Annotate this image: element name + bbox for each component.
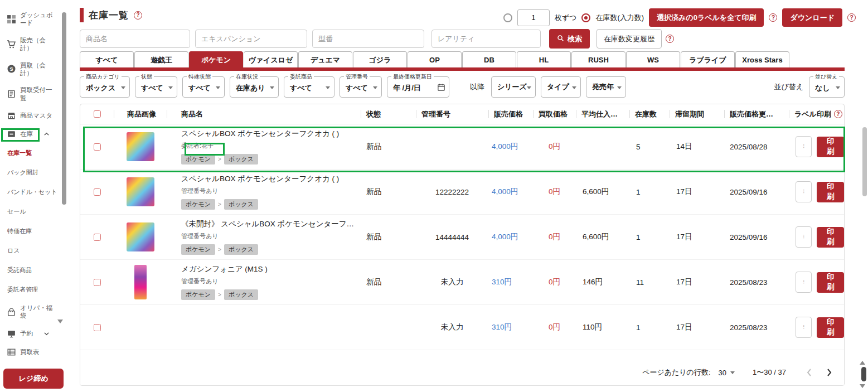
search-filter-row: 検索 在庫数変更履歴 ?: [80, 29, 674, 49]
sidebar-item-purchase-price-table[interactable]: 買取表: [0, 343, 68, 361]
product-name[interactable]: メガシンフォニア (M1S ): [181, 264, 268, 274]
tab-yugioh[interactable]: 遊戯王: [134, 51, 188, 68]
scroll-up-icon[interactable]: [860, 361, 865, 365]
consignment-select[interactable]: 委託商品すべて: [284, 76, 334, 98]
sidebar-item-bundle-set[interactable]: バンドル・セット: [0, 182, 68, 202]
series-select[interactable]: シリーズ: [491, 76, 536, 98]
print-selected-labels-button[interactable]: 選択済みの0ラベルを全て印刷: [649, 8, 764, 27]
sidebar-item-consignor-management[interactable]: 委託者管理: [0, 280, 68, 299]
sidebar-item-special-price-stock[interactable]: 特価在庫: [0, 221, 68, 241]
sidebar-item-sale[interactable]: セール: [0, 202, 68, 221]
label-count-field[interactable]: [796, 182, 811, 202]
sidebar-item-purchase-reception-list[interactable]: 買取受付一覧: [0, 81, 68, 107]
column-header-sell: 販売価格: [488, 104, 533, 124]
label-count-field[interactable]: [796, 317, 811, 337]
sidebar-item-sales[interactable]: 販売（会計）: [0, 32, 68, 57]
help-icon[interactable]: ?: [666, 35, 674, 43]
rows-per-page-select[interactable]: 30: [719, 369, 735, 377]
print-button[interactable]: 印刷: [817, 182, 844, 202]
print-button[interactable]: 印刷: [817, 317, 844, 338]
column-header-upd: 販売価格更…: [724, 104, 789, 124]
stock-count-radio[interactable]: [581, 13, 590, 22]
tab-weiss[interactable]: ヴァイスロゼ: [244, 51, 298, 68]
buy-price-cell: 0円: [533, 124, 576, 169]
sell-price-cell[interactable]: 4,000円: [488, 170, 533, 214]
tab-pokemon[interactable]: ポケモン: [189, 51, 243, 68]
sidebar-item-inventory-list[interactable]: 在庫一覧: [0, 143, 68, 163]
sell-price-cell[interactable]: 310円: [488, 260, 533, 304]
sidebar-item-product-master[interactable]: 商品マスタ: [0, 107, 68, 125]
print-button[interactable]: 印刷: [817, 137, 844, 157]
stock-change-history-button[interactable]: 在庫数変更履歴: [597, 29, 662, 49]
release-year-select[interactable]: 発売年: [586, 76, 626, 98]
search-button[interactable]: 検索: [549, 29, 590, 49]
download-button[interactable]: ダウンロード: [782, 8, 842, 27]
sidebar-scrollbar-thumb[interactable]: [62, 12, 66, 205]
row-checkbox[interactable]: [94, 279, 101, 286]
print-button[interactable]: 印刷: [817, 227, 844, 248]
tab-all[interactable]: すべて: [80, 51, 134, 68]
sell-price-cell[interactable]: 310円: [488, 305, 533, 350]
row-checkbox[interactable]: [94, 324, 101, 331]
tab-xross-stars[interactable]: Xross Stars: [735, 51, 789, 68]
cart-icon: [7, 40, 16, 49]
select-all-checkbox[interactable]: [94, 110, 101, 118]
type-select[interactable]: タイプ: [541, 76, 581, 98]
category-breadcrumb: ポケモン>ボックス: [181, 199, 258, 210]
dwell-period-cell: 17日: [670, 305, 724, 350]
sidebar-item-loss[interactable]: ロス: [0, 241, 68, 260]
tab-rush[interactable]: RUSH: [571, 51, 625, 68]
scrollbar-thumb[interactable]: [861, 367, 866, 381]
tab-lovelive[interactable]: ラブライブ: [681, 51, 735, 68]
product-name[interactable]: 《未開封》 スペシャルBOX ポケモンセンターフ…: [181, 219, 354, 229]
label-count-field[interactable]: [796, 272, 811, 292]
sidebar-item-consigned-products[interactable]: 受託商品: [0, 260, 68, 280]
help-icon[interactable]: ?: [834, 110, 842, 118]
special-condition-select[interactable]: 特殊状態すべて: [182, 76, 225, 98]
label-count-field[interactable]: [796, 137, 811, 157]
stock-status-select[interactable]: 在庫状況在庫あり: [230, 76, 279, 98]
condition-select[interactable]: 状態すべて: [135, 76, 177, 98]
sidebar-item-purchase[interactable]: S買取（会計）: [0, 57, 68, 82]
next-page-icon[interactable]: [823, 366, 835, 379]
help-icon[interactable]: ?: [134, 11, 142, 20]
sidebar-item-dashboard[interactable]: ダッシュボード: [0, 7, 68, 32]
sidebar-item-reservation[interactable]: 予約: [0, 325, 68, 343]
per-sheet-radio[interactable]: [503, 13, 512, 22]
scroll-down-icon[interactable]: [860, 384, 865, 388]
tab-duema[interactable]: デュエマ: [298, 51, 352, 68]
product-name[interactable]: スペシャルBOX ポケモンセンターフクオカ ( ): [181, 129, 339, 139]
sell-price-cell[interactable]: 4,000円: [488, 124, 533, 169]
tab-hl[interactable]: HL: [517, 51, 571, 68]
chevron-down-icon: [43, 331, 50, 337]
prev-page-icon[interactable]: [803, 366, 815, 379]
per-sheet-qty-input[interactable]: [517, 9, 550, 26]
tab-ws[interactable]: WS: [626, 51, 680, 68]
sort-select[interactable]: 並び替えなし: [809, 76, 845, 98]
management-number-select[interactable]: 管理番号すべて: [340, 76, 382, 98]
row-checkbox[interactable]: [94, 188, 101, 196]
register-closing-button[interactable]: レジ締め: [3, 369, 64, 389]
sidebar-item-inventory[interactable]: 在庫: [0, 125, 68, 143]
rarity-input[interactable]: [431, 30, 541, 48]
sidebar-scroll-down-icon[interactable]: [57, 320, 63, 323]
page-scrollbar-thumb[interactable]: [862, 127, 867, 196]
tab-godzilla[interactable]: ゴジラ: [353, 51, 407, 68]
print-button[interactable]: 印刷: [817, 272, 844, 293]
sell-price-cell[interactable]: 4,000円: [488, 215, 533, 259]
row-checkbox[interactable]: [94, 143, 101, 151]
tab-db[interactable]: DB: [462, 51, 516, 68]
row-checkbox[interactable]: [94, 234, 101, 241]
product-name[interactable]: スペシャルBOX ポケモンセンターフクオカ ( ): [181, 174, 339, 184]
label-count-field[interactable]: [796, 227, 811, 247]
sidebar-item-pack-opening[interactable]: パック開封: [0, 163, 68, 182]
product-category-select[interactable]: 商品カテゴリボックス: [80, 76, 130, 98]
lucky-bag-icon: [7, 307, 16, 317]
expansion-input[interactable]: [195, 30, 307, 48]
product-name-input[interactable]: [80, 30, 190, 48]
tab-op[interactable]: OP: [408, 51, 462, 68]
last-price-update-date-field[interactable]: 最終価格更新日年 /月/日: [387, 76, 449, 98]
help-icon[interactable]: ?: [769, 13, 777, 22]
help-icon[interactable]: ?: [847, 13, 856, 22]
model-number-input[interactable]: [312, 30, 424, 48]
